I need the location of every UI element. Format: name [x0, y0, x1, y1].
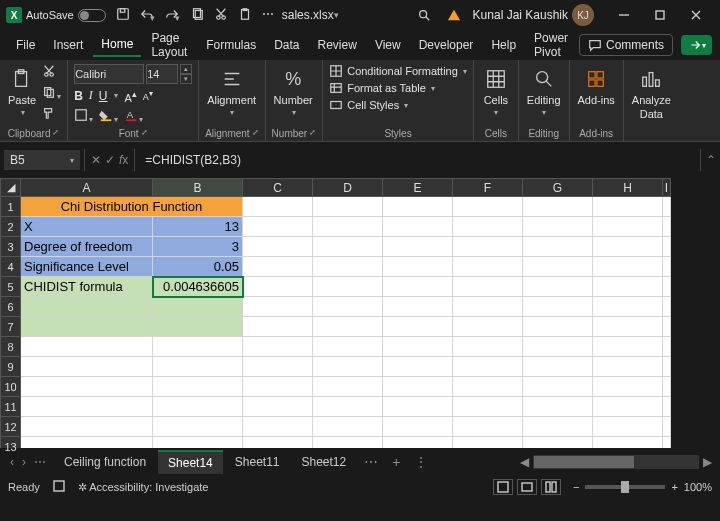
zoom-slider[interactable] — [585, 485, 665, 489]
row-header[interactable]: 5 — [1, 277, 21, 297]
sheet-more-tabs-icon[interactable]: ⋯ — [358, 454, 384, 470]
italic-button[interactable]: I — [89, 88, 93, 103]
cell-B7[interactable] — [153, 317, 243, 337]
row-header[interactable]: 11 — [1, 397, 21, 417]
cells-button[interactable]: Cells▾ — [480, 64, 512, 119]
more-icon[interactable]: ⋯ — [262, 7, 274, 24]
tab-home[interactable]: Home — [93, 33, 141, 57]
zoom-out-icon[interactable]: − — [573, 481, 579, 493]
minimize-icon[interactable] — [606, 0, 642, 30]
zoom-in-icon[interactable]: + — [671, 481, 677, 493]
tab-page-layout[interactable]: Page Layout — [143, 27, 196, 63]
horizontal-scrollbar[interactable]: ◀ ▶ — [516, 455, 716, 469]
col-header-G[interactable]: G — [523, 179, 593, 197]
tab-developer[interactable]: Developer — [411, 34, 482, 56]
cut-icon[interactable] — [214, 7, 228, 24]
addins-button[interactable]: Add-ins — [576, 64, 617, 108]
col-header-F[interactable]: F — [453, 179, 523, 197]
border-button[interactable]: ▾ — [74, 108, 93, 125]
save-icon[interactable] — [116, 7, 130, 24]
clipboard-icon[interactable] — [238, 7, 252, 24]
tab-help[interactable]: Help — [483, 34, 524, 56]
sheet-tab[interactable]: Sheet14 — [158, 450, 223, 474]
search-icon[interactable] — [417, 8, 431, 22]
copy-icon[interactable] — [190, 7, 204, 24]
col-header-A[interactable]: A — [21, 179, 153, 197]
tab-formulas[interactable]: Formulas — [198, 34, 264, 56]
underline-button[interactable]: U — [99, 89, 108, 103]
cell-A2[interactable]: X — [21, 217, 153, 237]
row-header[interactable]: 6 — [1, 297, 21, 317]
number-button[interactable]: % Number▾ — [272, 64, 315, 119]
sheet-add-button[interactable]: + — [386, 454, 406, 470]
font-color-button[interactable]: A▾ — [124, 108, 143, 125]
page-layout-view-icon[interactable] — [517, 479, 537, 495]
page-break-view-icon[interactable] — [541, 479, 561, 495]
zoom-level[interactable]: 100% — [684, 481, 712, 493]
share-button[interactable]: ▾ — [681, 35, 712, 55]
row-header[interactable]: 1 — [1, 197, 21, 217]
tab-review[interactable]: Review — [310, 34, 365, 56]
sheet-more-icon[interactable]: ⋯ — [34, 455, 46, 469]
zoom-control[interactable]: − + 100% — [573, 481, 712, 493]
cell-A1[interactable]: Chi Distribution Function — [21, 197, 243, 217]
expand-formula-icon[interactable]: ⌃ — [700, 149, 720, 171]
normal-view-icon[interactable] — [493, 479, 513, 495]
row-header[interactable]: 8 — [1, 337, 21, 357]
maximize-icon[interactable] — [642, 0, 678, 30]
fill-color-button[interactable]: ▾ — [99, 108, 118, 125]
format-as-table-button[interactable]: Format as Table▾ — [329, 81, 467, 95]
row-header[interactable]: 10 — [1, 377, 21, 397]
scroll-thumb[interactable] — [534, 456, 634, 468]
cell-A4[interactable]: Significance Level — [21, 257, 153, 277]
copy-button[interactable]: ▾ — [42, 85, 61, 102]
tab-file[interactable]: File — [8, 34, 43, 56]
paste-button[interactable]: Paste ▾ — [6, 64, 38, 119]
sheet-prev-icon[interactable]: ‹ — [10, 455, 14, 469]
insert-function-icon[interactable]: fx — [119, 153, 128, 167]
row-header[interactable]: 2 — [1, 217, 21, 237]
sheet-tab[interactable]: Sheet11 — [225, 451, 290, 473]
cell-B2[interactable]: 13 — [153, 217, 243, 237]
cell-styles-button[interactable]: Cell Styles▾ — [329, 98, 467, 112]
bold-button[interactable]: B — [74, 89, 83, 103]
macro-icon[interactable] — [52, 479, 66, 495]
col-header-E[interactable]: E — [383, 179, 453, 197]
font-grow-button[interactable]: A▴ — [124, 88, 136, 104]
spreadsheet-grid[interactable]: ◢ A B C D E F G H I 1 Chi Distribution F… — [0, 178, 720, 448]
col-header-C[interactable]: C — [243, 179, 313, 197]
font-size-select[interactable] — [146, 64, 178, 84]
sheet-tab[interactable]: Sheet12 — [292, 451, 357, 473]
col-header-H[interactable]: H — [593, 179, 663, 197]
formula-input[interactable]: =CHIDIST(B2,B3) — [139, 150, 698, 170]
conditional-formatting-button[interactable]: Conditional Formatting▾ — [329, 64, 467, 78]
filename-dropdown-icon[interactable]: ▾ — [334, 10, 339, 20]
accessibility-status[interactable]: ✲ Accessibility: Investigate — [78, 481, 209, 494]
tab-insert[interactable]: Insert — [45, 34, 91, 56]
row-header[interactable]: 9 — [1, 357, 21, 377]
scroll-right-icon[interactable]: ▶ — [699, 455, 716, 469]
autosave-toggle[interactable]: AutoSave — [26, 9, 106, 22]
cell-A5[interactable]: CHIDIST formula — [21, 277, 153, 297]
cell-B6[interactable] — [153, 297, 243, 317]
font-grow-icon[interactable]: ▴ — [180, 64, 192, 74]
analyze-data-button[interactable]: Analyze Data — [630, 64, 673, 122]
format-painter-button[interactable] — [42, 106, 61, 123]
cell-B4[interactable]: 0.05 — [153, 257, 243, 277]
user-account[interactable]: Kunal Jai Kaushik KJ — [473, 4, 594, 26]
row-header[interactable]: 4 — [1, 257, 21, 277]
row-header[interactable]: 12 — [1, 417, 21, 437]
select-all[interactable]: ◢ — [1, 179, 21, 197]
col-header-B[interactable]: B — [153, 179, 243, 197]
scroll-left-icon[interactable]: ◀ — [516, 455, 533, 469]
alignment-button[interactable]: Alignment▾ — [205, 64, 258, 119]
sheet-next-icon[interactable]: › — [22, 455, 26, 469]
tab-view[interactable]: View — [367, 34, 409, 56]
font-shrink-icon[interactable]: ▾ — [180, 74, 192, 84]
sheet-tab[interactable]: Ceiling function — [54, 451, 156, 473]
font-name-select[interactable] — [74, 64, 144, 84]
cell-A3[interactable]: Degree of freedom — [21, 237, 153, 257]
cell-B5[interactable]: 0.004636605 — [153, 277, 243, 297]
toggle-icon[interactable] — [78, 9, 106, 22]
cell-B3[interactable]: 3 — [153, 237, 243, 257]
